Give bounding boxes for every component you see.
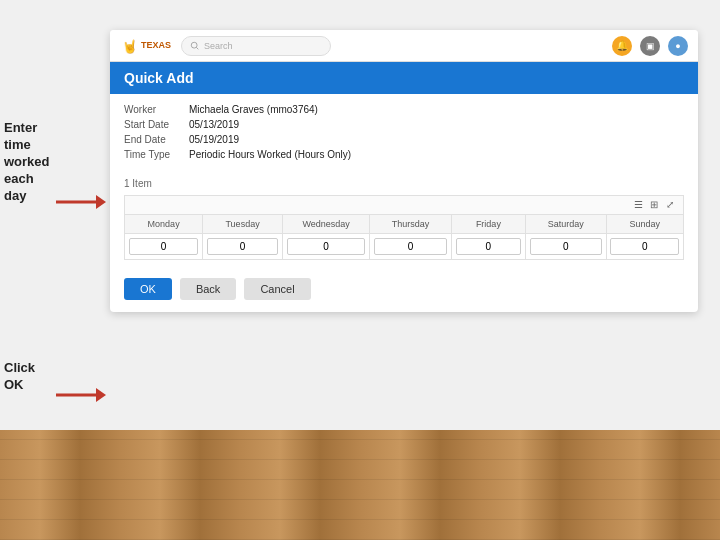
cell-wednesday: [282, 234, 369, 260]
col-tuesday: Tuesday: [203, 215, 283, 234]
cell-tuesday: [203, 234, 283, 260]
nav-bar: 🤘 TEXAS Search 🔔 ▣ ●: [110, 30, 698, 62]
svg-point-1: [191, 42, 197, 48]
saturday-input[interactable]: [530, 238, 602, 255]
time-type-label: Time Type: [124, 149, 189, 160]
start-date-row: Start Date 05/13/2019: [124, 119, 684, 130]
time-type-row: Time Type Periodic Hours Worked (Hours O…: [124, 149, 684, 160]
nav-icons: 🔔 ▣ ●: [612, 36, 688, 56]
grid-icon[interactable]: ⊞: [650, 199, 662, 211]
cell-sunday: [606, 234, 683, 260]
end-date-value: 05/19/2019: [189, 134, 239, 145]
box-icon[interactable]: ▣: [640, 36, 660, 56]
tuesday-input[interactable]: [207, 238, 278, 255]
notification-icon[interactable]: 🔔: [612, 36, 632, 56]
back-button[interactable]: Back: [180, 278, 236, 300]
search-placeholder-text: Search: [204, 41, 233, 51]
item-count: 1 Item: [124, 178, 684, 189]
enter-time-arrow: [56, 195, 106, 212]
col-sunday: Sunday: [606, 215, 683, 234]
col-friday: Friday: [451, 215, 525, 234]
col-monday: Monday: [125, 215, 203, 234]
time-type-value: Periodic Hours Worked (Hours Only): [189, 149, 351, 160]
annotation-click-ok: Click OK: [4, 360, 35, 394]
click-ok-arrow: [56, 388, 106, 405]
nav-logo: 🤘 TEXAS: [120, 37, 171, 55]
end-date-label: End Date: [124, 134, 189, 145]
thursday-input[interactable]: [374, 238, 447, 255]
table-row: [125, 234, 683, 260]
logo-text: TEXAS: [141, 41, 171, 50]
day-table: Monday Tuesday Wednesday Thursday Friday…: [125, 215, 683, 259]
worker-label: Worker: [124, 104, 189, 115]
longhorn-logo-icon: 🤘: [120, 37, 138, 55]
cell-friday: [451, 234, 525, 260]
monday-input[interactable]: [129, 238, 199, 255]
search-icon: [190, 41, 200, 51]
start-date-label: Start Date: [124, 119, 189, 130]
col-thursday: Thursday: [370, 215, 452, 234]
end-date-row: End Date 05/19/2019: [124, 134, 684, 145]
quick-add-title: Quick Add: [124, 70, 194, 86]
worker-row: Worker Michaela Graves (mmo3764): [124, 104, 684, 115]
cell-monday: [125, 234, 203, 260]
ok-button[interactable]: OK: [124, 278, 172, 300]
expand-icon[interactable]: ⤢: [666, 199, 678, 211]
wednesday-input[interactable]: [287, 238, 365, 255]
time-table-container: ☰ ⊞ ⤢ Monday Tuesday Wednesday Thursday …: [124, 195, 684, 260]
user-avatar-icon[interactable]: ●: [668, 36, 688, 56]
start-date-value: 05/13/2019: [189, 119, 239, 130]
svg-text:🤘: 🤘: [122, 38, 138, 54]
table-toolbar: ☰ ⊞ ⤢: [125, 196, 683, 215]
form-body: Worker Michaela Graves (mmo3764) Start D…: [110, 94, 698, 174]
worker-value: Michaela Graves (mmo3764): [189, 104, 318, 115]
cell-thursday: [370, 234, 452, 260]
floor-background: [0, 420, 720, 540]
svg-line-2: [196, 47, 198, 49]
friday-input[interactable]: [456, 238, 522, 255]
ui-card: 🤘 TEXAS Search 🔔 ▣ ● Quick Add Worker Mi…: [110, 30, 698, 312]
col-wednesday: Wednesday: [282, 215, 369, 234]
cancel-button[interactable]: Cancel: [244, 278, 310, 300]
sunday-input[interactable]: [610, 238, 679, 255]
annotation-enter-time: Enter time worked each day: [4, 120, 50, 204]
table-header-row: Monday Tuesday Wednesday Thursday Friday…: [125, 215, 683, 234]
filter-icon[interactable]: ☰: [634, 199, 646, 211]
col-saturday: Saturday: [525, 215, 606, 234]
search-bar[interactable]: Search: [181, 36, 331, 56]
action-buttons: OK Back Cancel: [110, 270, 698, 312]
cell-saturday: [525, 234, 606, 260]
quick-add-header: Quick Add: [110, 62, 698, 94]
